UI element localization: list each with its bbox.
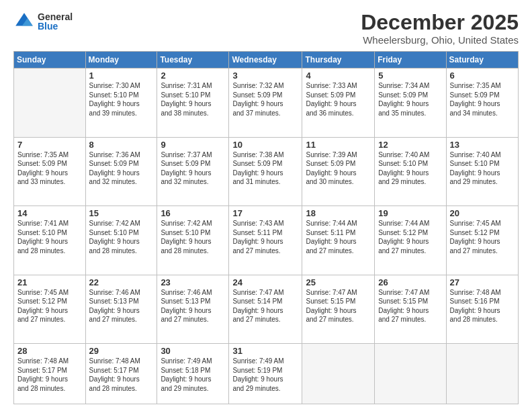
title-block: December 2025 Wheelersburg, Ohio, United… — [361, 11, 519, 46]
calendar-cell: 2Sunrise: 7:31 AM Sunset: 5:10 PM Daylig… — [157, 68, 229, 138]
main-title: December 2025 — [361, 11, 519, 34]
calendar-cell: 8Sunrise: 7:36 AM Sunset: 5:09 PM Daylig… — [85, 137, 157, 206]
day-number: 31 — [232, 346, 298, 356]
logo-general: General — [38, 12, 73, 21]
calendar-cell: 11Sunrise: 7:39 AM Sunset: 5:09 PM Dayli… — [302, 137, 375, 206]
calendar-cell: 25Sunrise: 7:47 AM Sunset: 5:15 PM Dayli… — [302, 275, 375, 344]
day-number: 5 — [378, 71, 442, 81]
day-number: 13 — [450, 140, 515, 150]
calendar-cell: 26Sunrise: 7:47 AM Sunset: 5:15 PM Dayli… — [375, 275, 446, 344]
calendar-cell: 19Sunrise: 7:44 AM Sunset: 5:12 PM Dayli… — [375, 206, 446, 275]
page: General Blue December 2025 Wheelersburg,… — [0, 0, 532, 411]
day-info: Sunrise: 7:42 AM Sunset: 5:10 PM Dayligh… — [161, 219, 225, 255]
day-number: 4 — [306, 71, 371, 81]
day-number: 12 — [378, 140, 442, 150]
logo-text: General Blue — [38, 12, 73, 31]
calendar-cell: 29Sunrise: 7:48 AM Sunset: 5:17 PM Dayli… — [85, 344, 157, 404]
day-info: Sunrise: 7:43 AM Sunset: 5:11 PM Dayligh… — [232, 219, 298, 255]
day-number: 17 — [232, 208, 298, 218]
day-info: Sunrise: 7:33 AM Sunset: 5:09 PM Dayligh… — [306, 81, 371, 118]
day-number: 30 — [161, 346, 225, 356]
calendar-cell: 27Sunrise: 7:48 AM Sunset: 5:16 PM Dayli… — [446, 275, 518, 344]
day-number: 27 — [450, 277, 515, 287]
calendar-header-sunday: Sunday — [14, 52, 86, 68]
calendar-week-row: 7Sunrise: 7:35 AM Sunset: 5:09 PM Daylig… — [14, 137, 519, 206]
day-info: Sunrise: 7:40 AM Sunset: 5:10 PM Dayligh… — [378, 150, 442, 187]
day-number: 10 — [232, 140, 298, 150]
calendar-week-row: 14Sunrise: 7:41 AM Sunset: 5:10 PM Dayli… — [14, 206, 519, 275]
calendar-week-row: 28Sunrise: 7:48 AM Sunset: 5:17 PM Dayli… — [14, 344, 519, 404]
day-info: Sunrise: 7:48 AM Sunset: 5:17 PM Dayligh… — [89, 357, 154, 393]
calendar-cell: 30Sunrise: 7:49 AM Sunset: 5:18 PM Dayli… — [157, 344, 229, 404]
day-number: 28 — [17, 346, 82, 356]
calendar-cell: 6Sunrise: 7:35 AM Sunset: 5:09 PM Daylig… — [446, 68, 518, 138]
day-number: 29 — [89, 346, 154, 356]
day-number: 22 — [89, 277, 154, 287]
day-number: 14 — [17, 208, 82, 218]
calendar-cell: 18Sunrise: 7:44 AM Sunset: 5:11 PM Dayli… — [302, 206, 375, 275]
calendar-header-monday: Monday — [85, 52, 157, 68]
day-info: Sunrise: 7:35 AM Sunset: 5:09 PM Dayligh… — [450, 81, 515, 118]
calendar-cell: 20Sunrise: 7:45 AM Sunset: 5:12 PM Dayli… — [446, 206, 518, 275]
day-number: 16 — [161, 208, 225, 218]
logo: General Blue — [13, 11, 73, 32]
calendar-table: SundayMondayTuesdayWednesdayThursdayFrid… — [13, 51, 519, 404]
calendar-header-tuesday: Tuesday — [157, 52, 229, 68]
day-info: Sunrise: 7:32 AM Sunset: 5:09 PM Dayligh… — [232, 81, 298, 118]
logo-blue: Blue — [38, 21, 73, 31]
day-info: Sunrise: 7:42 AM Sunset: 5:10 PM Dayligh… — [89, 219, 154, 255]
calendar-cell: 14Sunrise: 7:41 AM Sunset: 5:10 PM Dayli… — [14, 206, 86, 275]
day-info: Sunrise: 7:44 AM Sunset: 5:12 PM Dayligh… — [378, 219, 442, 255]
calendar-header-row: SundayMondayTuesdayWednesdayThursdayFrid… — [14, 52, 519, 68]
day-info: Sunrise: 7:48 AM Sunset: 5:17 PM Dayligh… — [17, 357, 82, 393]
calendar-cell: 21Sunrise: 7:45 AM Sunset: 5:12 PM Dayli… — [14, 275, 86, 344]
day-number: 2 — [161, 71, 225, 81]
calendar-cell — [302, 344, 375, 404]
header: General Blue December 2025 Wheelersburg,… — [13, 11, 519, 46]
day-number: 24 — [232, 277, 298, 287]
calendar-cell: 1Sunrise: 7:30 AM Sunset: 5:10 PM Daylig… — [85, 68, 157, 138]
calendar-cell: 22Sunrise: 7:46 AM Sunset: 5:13 PM Dayli… — [85, 275, 157, 344]
calendar-cell: 4Sunrise: 7:33 AM Sunset: 5:09 PM Daylig… — [302, 68, 375, 138]
calendar-cell: 31Sunrise: 7:49 AM Sunset: 5:19 PM Dayli… — [229, 344, 302, 404]
day-number: 25 — [306, 277, 371, 287]
logo-icon — [13, 11, 35, 32]
day-info: Sunrise: 7:47 AM Sunset: 5:15 PM Dayligh… — [306, 288, 371, 324]
day-info: Sunrise: 7:40 AM Sunset: 5:10 PM Dayligh… — [450, 150, 515, 187]
day-number: 21 — [17, 277, 82, 287]
day-number: 6 — [450, 71, 515, 81]
day-info: Sunrise: 7:49 AM Sunset: 5:18 PM Dayligh… — [161, 357, 225, 393]
day-info: Sunrise: 7:46 AM Sunset: 5:13 PM Dayligh… — [161, 288, 225, 324]
day-number: 15 — [89, 208, 154, 218]
calendar-header-thursday: Thursday — [302, 52, 375, 68]
calendar-cell — [14, 68, 86, 138]
day-info: Sunrise: 7:35 AM Sunset: 5:09 PM Dayligh… — [17, 150, 82, 187]
calendar-cell: 13Sunrise: 7:40 AM Sunset: 5:10 PM Dayli… — [446, 137, 518, 206]
calendar-cell: 9Sunrise: 7:37 AM Sunset: 5:09 PM Daylig… — [157, 137, 229, 206]
day-info: Sunrise: 7:36 AM Sunset: 5:09 PM Dayligh… — [89, 150, 154, 187]
calendar-header-saturday: Saturday — [446, 52, 518, 68]
calendar-cell: 24Sunrise: 7:47 AM Sunset: 5:14 PM Dayli… — [229, 275, 302, 344]
day-info: Sunrise: 7:38 AM Sunset: 5:09 PM Dayligh… — [232, 150, 298, 187]
calendar-week-row: 1Sunrise: 7:30 AM Sunset: 5:10 PM Daylig… — [14, 68, 519, 138]
day-number: 19 — [378, 208, 442, 218]
calendar-cell: 12Sunrise: 7:40 AM Sunset: 5:10 PM Dayli… — [375, 137, 446, 206]
day-number: 9 — [161, 140, 225, 150]
calendar-header-wednesday: Wednesday — [229, 52, 302, 68]
day-number: 20 — [450, 208, 515, 218]
calendar-cell: 10Sunrise: 7:38 AM Sunset: 5:09 PM Dayli… — [229, 137, 302, 206]
day-info: Sunrise: 7:37 AM Sunset: 5:09 PM Dayligh… — [161, 150, 225, 187]
calendar-cell: 3Sunrise: 7:32 AM Sunset: 5:09 PM Daylig… — [229, 68, 302, 138]
day-info: Sunrise: 7:44 AM Sunset: 5:11 PM Dayligh… — [306, 219, 371, 255]
day-info: Sunrise: 7:47 AM Sunset: 5:15 PM Dayligh… — [378, 288, 442, 324]
calendar-cell: 17Sunrise: 7:43 AM Sunset: 5:11 PM Dayli… — [229, 206, 302, 275]
calendar-cell — [446, 344, 518, 404]
calendar-cell: 23Sunrise: 7:46 AM Sunset: 5:13 PM Dayli… — [157, 275, 229, 344]
calendar-cell: 16Sunrise: 7:42 AM Sunset: 5:10 PM Dayli… — [157, 206, 229, 275]
calendar-cell: 7Sunrise: 7:35 AM Sunset: 5:09 PM Daylig… — [14, 137, 86, 206]
day-info: Sunrise: 7:39 AM Sunset: 5:09 PM Dayligh… — [306, 150, 371, 187]
day-number: 7 — [17, 140, 82, 150]
calendar-week-row: 21Sunrise: 7:45 AM Sunset: 5:12 PM Dayli… — [14, 275, 519, 344]
day-info: Sunrise: 7:41 AM Sunset: 5:10 PM Dayligh… — [17, 219, 82, 255]
calendar-cell — [375, 344, 446, 404]
